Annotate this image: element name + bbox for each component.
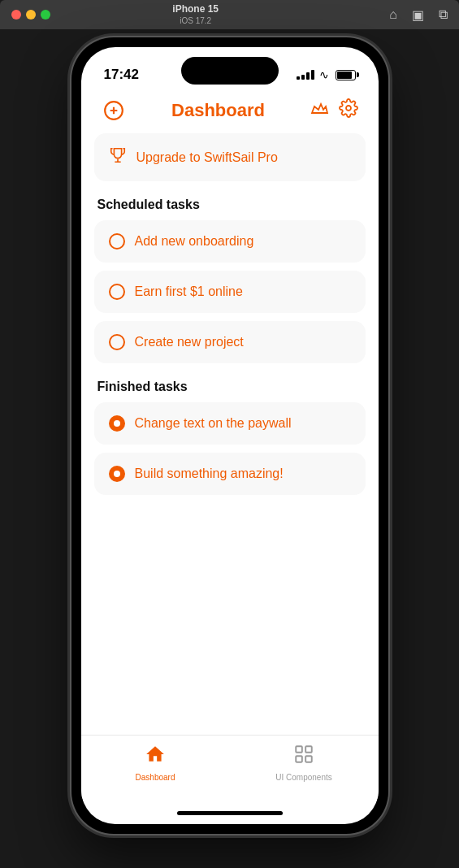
- crown-icon[interactable]: [310, 98, 329, 123]
- grid-tab-icon: [293, 744, 314, 770]
- svg-point-3: [346, 106, 351, 111]
- upgrade-text: Upgrade to SwiftSail Pro: [136, 150, 278, 165]
- simulator-toolbar: ⌂ ▣ ⧉: [389, 7, 448, 23]
- task-item[interactable]: Add new onboarding: [94, 220, 366, 263]
- tab-ui-components[interactable]: UI Components: [230, 744, 379, 782]
- upgrade-card[interactable]: Upgrade to SwiftSail Pro: [94, 133, 366, 181]
- svg-rect-7: [305, 756, 312, 762]
- device-name: iPhone 15: [2, 3, 389, 16]
- screenshot-icon[interactable]: ▣: [412, 7, 424, 23]
- task-item[interactable]: Earn first $1 online: [94, 271, 366, 313]
- tab-bar: Dashboard UI Components: [81, 735, 379, 801]
- task-item[interactable]: Build something amazing!: [94, 453, 366, 495]
- phone-screen: 17:42 ∿: [81, 47, 379, 824]
- scheduled-tasks-section: Scheduled tasks Add new onboarding Earn …: [94, 197, 366, 363]
- tab-dashboard[interactable]: Dashboard: [81, 744, 230, 782]
- task-done-checkbox[interactable]: [109, 466, 125, 482]
- task-label: Build something amazing!: [135, 467, 284, 481]
- os-version: iOS 17.2: [2, 15, 389, 26]
- home-tab-icon: [145, 744, 166, 770]
- nav-bar: Dashboard: [81, 91, 379, 133]
- finished-tasks-section: Finished tasks Change text on the paywal…: [94, 380, 366, 495]
- task-checkbox[interactable]: [109, 284, 125, 300]
- settings-icon[interactable]: [339, 98, 358, 123]
- scroll-content: Upgrade to SwiftSail Pro Scheduled tasks…: [81, 133, 379, 735]
- task-checkbox[interactable]: [109, 233, 125, 250]
- battery-icon: [336, 70, 356, 80]
- signal-icon: [297, 70, 314, 80]
- task-checkbox[interactable]: [109, 334, 125, 350]
- svg-rect-6: [296, 756, 302, 762]
- rotate-icon[interactable]: ⧉: [439, 7, 448, 22]
- phone-frame: 17:42 ∿: [71, 37, 388, 834]
- task-item[interactable]: Create new project: [94, 321, 366, 363]
- task-label: Change text on the paywall: [135, 416, 292, 431]
- scheduled-section-header: Scheduled tasks: [94, 197, 366, 212]
- nav-right-icons: [310, 98, 358, 124]
- task-label: Add new onboarding: [135, 234, 254, 249]
- status-icons: ∿: [297, 68, 356, 81]
- home-icon[interactable]: ⌂: [389, 7, 397, 22]
- tab-dashboard-label: Dashboard: [136, 773, 175, 782]
- add-button[interactable]: [101, 98, 127, 124]
- task-label: Create new project: [135, 335, 244, 349]
- finished-section-header: Finished tasks: [94, 380, 366, 394]
- tab-ui-label: UI Components: [275, 773, 331, 782]
- page-title: Dashboard: [171, 100, 265, 121]
- simulator-title: iPhone 15 iOS 17.2: [2, 3, 389, 27]
- status-time: 17:42: [104, 67, 139, 83]
- wifi-icon: ∿: [319, 68, 329, 81]
- trophy-icon: [109, 146, 127, 168]
- dynamic-island: [181, 57, 279, 85]
- home-bar: [177, 811, 283, 815]
- task-done-checkbox[interactable]: [109, 415, 125, 432]
- home-indicator: [81, 801, 379, 824]
- simulator-bar: iPhone 15 iOS 17.2 ⌂ ▣ ⧉: [0, 0, 459, 29]
- svg-rect-4: [296, 746, 302, 753]
- svg-rect-5: [305, 746, 312, 753]
- task-label: Earn first $1 online: [135, 284, 243, 299]
- task-item[interactable]: Change text on the paywall: [94, 402, 366, 445]
